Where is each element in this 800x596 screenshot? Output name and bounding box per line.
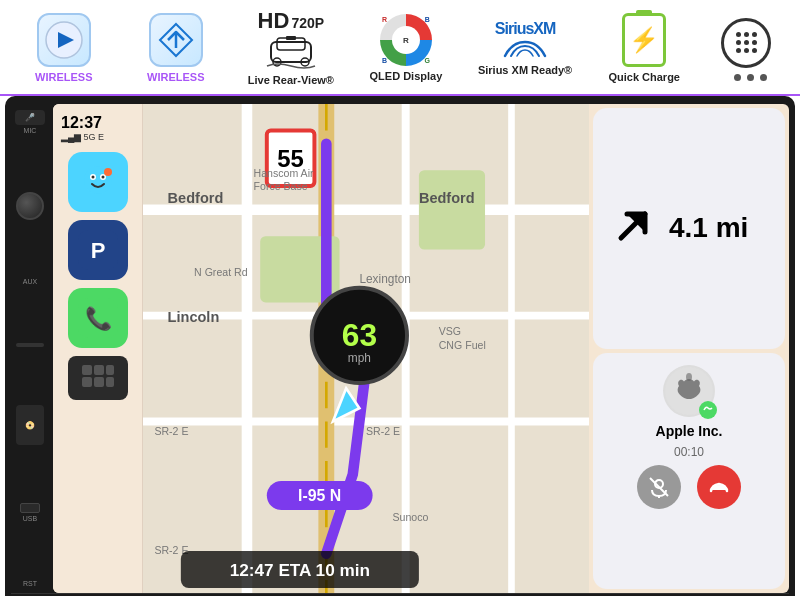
end-call-button[interactable] — [697, 465, 741, 509]
call-card: Apple Inc. 00:10 — [593, 353, 785, 590]
feature-more[interactable] — [716, 16, 776, 81]
aux-label: AUX — [23, 278, 37, 285]
carplay-screen: 12:37 ▂▄▆ 5G E — [53, 104, 789, 593]
qled-inner: R — [392, 26, 420, 54]
svg-text:P: P — [90, 238, 105, 263]
main-unit: 🎤 MIC AUX 📀 USB RST 12: — [5, 96, 795, 596]
feature-bar: WIRELESS WIRELESS HD 720P — [0, 0, 800, 96]
svg-text:Sunoco: Sunoco — [392, 511, 428, 523]
svg-text:SR-2 E: SR-2 E — [154, 425, 188, 437]
more-dot-1 — [734, 74, 741, 81]
qled-container: R R B B G — [380, 14, 432, 66]
dot — [736, 32, 741, 37]
svg-text:Lincoln: Lincoln — [168, 309, 220, 325]
sirius-label: Sirius XM Ready® — [478, 64, 572, 76]
map-svg: 55 63 mph I-95 N Bedford Lincoln Bedford… — [143, 104, 589, 593]
hd-text: HD — [258, 10, 290, 32]
camera-label: Live Rear-View® — [248, 74, 334, 86]
feature-quickcharge: ⚡ Quick Charge — [604, 13, 684, 83]
pandora-app-icon[interactable]: P — [68, 220, 128, 280]
call-duration: 00:10 — [674, 445, 704, 459]
unit-wrapper: 🎤 MIC AUX 📀 USB RST 12: — [11, 104, 789, 593]
svg-text:VSG: VSG — [439, 325, 461, 337]
sirius-text: SiriusXM — [495, 20, 555, 38]
dot-row-3 — [736, 48, 757, 53]
svg-rect-35 — [419, 170, 485, 249]
usb-control: USB — [20, 503, 40, 522]
feature-android: WIRELESS — [136, 13, 216, 83]
current-time: 12:37 — [61, 114, 102, 132]
svg-point-60 — [686, 373, 692, 381]
720p-text: 720P — [291, 15, 324, 31]
mic-button[interactable]: 🎤 — [15, 110, 45, 125]
eject-slot — [16, 343, 44, 347]
svg-rect-19 — [82, 365, 92, 375]
dot-row-1 — [736, 32, 757, 37]
status-bar: 12:37 ▂▄▆ 5G E — [57, 112, 138, 144]
feature-sirius: SiriusXM Sirius XM Ready® — [478, 20, 572, 76]
more-dots — [734, 74, 767, 81]
svg-text:Bedford: Bedford — [168, 190, 224, 206]
dot — [736, 48, 741, 53]
grid-app-icon[interactable] — [68, 356, 128, 400]
svg-text:Force Base: Force Base — [254, 180, 308, 192]
aux-control: AUX — [23, 278, 37, 285]
svg-rect-65 — [721, 490, 726, 495]
volume-knob[interactable] — [16, 192, 44, 220]
svg-text:Lexington: Lexington — [359, 272, 411, 286]
usb-port[interactable] — [20, 503, 40, 513]
hd-icon: HD 720P — [258, 10, 324, 70]
feature-qled: R R B B G QLED Display — [366, 14, 446, 82]
caller-avatar — [663, 365, 715, 417]
sirius-icon-container: SiriusXM — [495, 20, 555, 60]
mute-button[interactable] — [637, 465, 681, 509]
signal-bars: ▂▄▆ — [61, 132, 81, 142]
waze-app-icon[interactable] — [68, 152, 128, 212]
svg-rect-8 — [286, 36, 296, 40]
svg-text:📞: 📞 — [84, 305, 112, 332]
screen-area: 12:37 ▂▄▆ 5G E — [53, 104, 789, 593]
dot — [752, 40, 757, 45]
dot — [744, 32, 749, 37]
feature-carplay: WIRELESS — [24, 13, 104, 83]
bolt-icon: ⚡ — [629, 26, 659, 54]
svg-rect-23 — [94, 377, 104, 387]
rst-label: RST — [23, 580, 37, 587]
usb-label: USB — [23, 515, 37, 522]
right-panel: 4.1 mi — [589, 104, 789, 593]
carplay-label: WIRELESS — [35, 71, 92, 83]
qled-label: QLED Display — [370, 70, 443, 82]
dot — [752, 48, 757, 53]
nav-card: 4.1 mi — [593, 108, 785, 349]
quickcharge-icon: ⚡ — [622, 13, 666, 67]
svg-rect-21 — [106, 365, 114, 375]
call-active-badge — [699, 401, 717, 419]
svg-text:CNG Fuel: CNG Fuel — [439, 339, 486, 351]
feature-camera: HD 720P Live Rear-View® — [248, 10, 334, 86]
android-icon — [149, 13, 203, 67]
signal-info: ▂▄▆ 5G E — [61, 132, 104, 142]
svg-text:mph: mph — [348, 351, 371, 365]
quickcharge-label: Quick Charge — [608, 71, 680, 83]
dot — [744, 40, 749, 45]
dots-circle — [721, 18, 771, 68]
svg-text:SR-2 E: SR-2 E — [366, 425, 400, 437]
dot-row-2 — [736, 40, 757, 45]
phone-app-icon[interactable]: 📞 — [68, 288, 128, 348]
nav-arrow-icon — [609, 202, 657, 254]
qled-circle: R R B B G — [380, 14, 432, 66]
svg-point-14 — [104, 168, 112, 176]
signal-type: 5G E — [83, 132, 104, 142]
dot — [752, 32, 757, 37]
android-label: WIRELESS — [147, 71, 204, 83]
cd-slot: 📀 — [16, 405, 44, 445]
more-icon — [719, 16, 773, 70]
call-buttons — [637, 465, 741, 509]
map-area: 55 63 mph I-95 N Bedford Lincoln Bedford… — [143, 104, 589, 593]
svg-point-12 — [91, 176, 94, 179]
carplay-icon — [37, 13, 91, 67]
dot — [744, 48, 749, 53]
svg-text:63: 63 — [342, 317, 377, 353]
mic-control: 🎤 MIC — [15, 110, 45, 134]
more-dot-2 — [747, 74, 754, 81]
